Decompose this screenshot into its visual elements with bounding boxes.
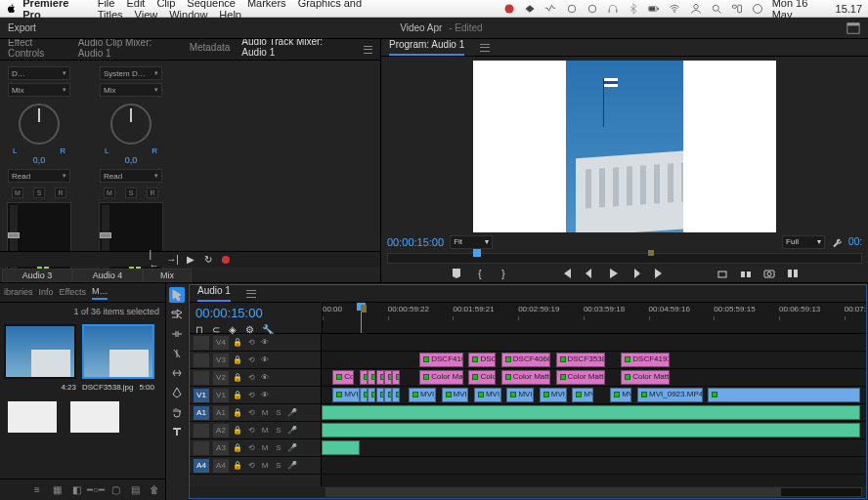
status-icon[interactable] bbox=[502, 2, 515, 16]
go-to-out-icon[interactable]: →| bbox=[167, 254, 179, 266]
track-targeting[interactable]: V2 bbox=[213, 371, 229, 385]
track-header-a1[interactable]: A1 A1 🔒 ⟲ M S 🎤 bbox=[190, 404, 321, 422]
icon-view-icon[interactable]: ▦ bbox=[50, 483, 64, 497]
source-patch[interactable] bbox=[194, 336, 209, 350]
timeline-clip[interactable]: DSCF4193-2.jpg bbox=[621, 353, 670, 367]
record-icon[interactable] bbox=[220, 254, 232, 266]
timeline-clip[interactable]: DSCF4066-2.jpg bbox=[501, 353, 550, 367]
timeline-timecode[interactable]: 00:00:15:00 bbox=[195, 306, 316, 320]
menu-file[interactable]: File bbox=[98, 0, 115, 9]
lock-icon[interactable]: 🔒 bbox=[233, 354, 242, 366]
track-header-v2[interactable]: V2 🔒 ⟲ 👁 bbox=[190, 369, 321, 387]
track-header-v1[interactable]: V1 V1 🔒 ⟲ 👁 bbox=[190, 387, 321, 404]
timeline-clip[interactable] bbox=[392, 370, 400, 385]
export-frame-icon[interactable] bbox=[762, 267, 776, 280]
lock-icon[interactable]: 🔒 bbox=[233, 390, 242, 401]
pan-knob[interactable] bbox=[110, 104, 152, 145]
tab-effects[interactable]: Effects bbox=[60, 287, 86, 299]
play-icon[interactable] bbox=[606, 267, 620, 280]
zoom-slider[interactable]: ━○━ bbox=[89, 483, 103, 497]
media-thumbnail[interactable] bbox=[4, 324, 76, 379]
new-bin-icon[interactable]: ▢ bbox=[108, 483, 122, 497]
source-patch[interactable]: V1 bbox=[194, 389, 209, 402]
sync-lock-icon[interactable]: ⟲ bbox=[246, 372, 256, 384]
play-icon[interactable]: ▶ bbox=[185, 254, 196, 266]
spotlight-icon[interactable] bbox=[710, 2, 722, 16]
tab-media[interactable]: M… bbox=[92, 286, 108, 300]
mark-in-icon[interactable]: { bbox=[473, 267, 487, 280]
media-thumbnail[interactable] bbox=[82, 324, 154, 379]
timeline-clip[interactable] bbox=[360, 370, 368, 385]
timeline-track[interactable] bbox=[322, 457, 866, 475]
menubar-time[interactable]: 15.17 bbox=[836, 3, 863, 15]
sync-lock-icon[interactable]: ⟲ bbox=[246, 460, 256, 472]
toggle-output-icon[interactable]: 👁 bbox=[260, 372, 270, 384]
menu-sequence[interactable]: Sequence bbox=[187, 0, 236, 9]
lock-icon[interactable]: 🔒 bbox=[233, 372, 242, 384]
timeline-clip[interactable]: MVI_ bbox=[572, 388, 593, 402]
timeline-clip[interactable] bbox=[368, 370, 375, 385]
sync-lock-icon[interactable]: ⟲ bbox=[246, 425, 256, 437]
menu-help[interactable]: Help bbox=[219, 9, 241, 21]
source-patch[interactable]: A4 bbox=[194, 459, 209, 473]
panel-menu-icon[interactable] bbox=[480, 44, 490, 52]
siri-icon[interactable] bbox=[751, 2, 763, 16]
timeline-clip[interactable] bbox=[376, 388, 384, 402]
menu-markers[interactable]: Markers bbox=[247, 0, 286, 9]
step-back-icon[interactable] bbox=[583, 267, 596, 280]
toggle-output-icon[interactable]: 👁 bbox=[260, 390, 270, 401]
timeline-clip[interactable] bbox=[322, 440, 360, 455]
timeline-clip[interactable]: MVI_09 bbox=[409, 388, 436, 402]
timeline-clip[interactable] bbox=[384, 370, 392, 385]
mute-button[interactable]: M bbox=[260, 460, 270, 472]
track-targeting[interactable]: A4 bbox=[213, 459, 229, 473]
mute-button[interactable]: M bbox=[260, 407, 270, 419]
sync-lock-icon[interactable]: ⟲ bbox=[246, 390, 256, 401]
timeline-horizontal-scrollbar[interactable] bbox=[326, 487, 862, 497]
track-header-a2[interactable]: A2 🔒 ⟲ M S 🎤 bbox=[190, 422, 321, 439]
timeline-clip[interactable]: Color Matte bbox=[621, 370, 670, 385]
timeline-ruler[interactable]: 00:0000:00:59:2200:01:59:2100:02:59:1900… bbox=[322, 303, 866, 333]
add-marker-icon[interactable] bbox=[450, 267, 463, 280]
source-patch[interactable] bbox=[194, 371, 209, 385]
track-targeting[interactable]: V4 bbox=[213, 336, 229, 350]
timeline-clip[interactable]: MVI_0 bbox=[610, 388, 631, 402]
type-tool-icon[interactable] bbox=[169, 424, 185, 439]
timeline-clip[interactable] bbox=[360, 388, 368, 402]
menubar-date[interactable]: Mon 16 May bbox=[772, 0, 828, 21]
status-icon[interactable] bbox=[544, 2, 557, 16]
selection-tool-icon[interactable] bbox=[169, 287, 185, 303]
program-timecode[interactable]: 00:00:15:00 bbox=[387, 236, 444, 248]
new-item-icon[interactable]: ▤ bbox=[128, 483, 142, 497]
timeline-track[interactable] bbox=[322, 404, 866, 422]
channel-device-select[interactable]: System D…▾ bbox=[100, 66, 162, 80]
tab-libraries[interactable]: ibraries bbox=[4, 287, 33, 299]
user-icon[interactable] bbox=[689, 2, 702, 16]
track-targeting[interactable]: A1 bbox=[213, 406, 229, 420]
timeline-marker[interactable] bbox=[361, 305, 367, 312]
source-patch[interactable]: A1 bbox=[194, 406, 209, 420]
timeline-track[interactable] bbox=[322, 439, 866, 457]
solo-button[interactable]: S bbox=[33, 188, 45, 198]
bluetooth-icon[interactable] bbox=[627, 2, 639, 16]
menu-edit[interactable]: Edit bbox=[126, 0, 145, 9]
tab-program[interactable]: Program: Audio 1 bbox=[389, 39, 464, 56]
timeline-clip[interactable] bbox=[322, 405, 860, 420]
marker-indicator[interactable] bbox=[648, 250, 654, 256]
track-header-a3[interactable]: A3 🔒 ⟲ M S 🎤 bbox=[190, 439, 321, 457]
wifi-icon[interactable] bbox=[669, 2, 681, 16]
timeline-clip[interactable] bbox=[376, 370, 384, 385]
lock-icon[interactable]: 🔒 bbox=[233, 407, 242, 419]
toggle-output-icon[interactable]: 👁 bbox=[260, 354, 270, 366]
pan-value[interactable]: 0,0 bbox=[33, 155, 46, 165]
channel-device-select[interactable]: D…▾ bbox=[8, 66, 70, 80]
timeline-clip[interactable]: DSCF3538.jpg bbox=[556, 353, 605, 367]
lock-icon[interactable]: 🔒 bbox=[233, 337, 242, 349]
track-targeting[interactable]: V3 bbox=[213, 354, 229, 367]
timeline-track[interactable] bbox=[322, 422, 866, 439]
status-icon[interactable] bbox=[524, 2, 537, 16]
freeform-view-icon[interactable]: ◧ bbox=[69, 483, 83, 497]
voice-over-icon[interactable]: 🎤 bbox=[287, 442, 297, 454]
timeline-clip[interactable]: DSCF4107-2.j bbox=[419, 353, 463, 367]
pan-knob[interactable] bbox=[19, 104, 60, 145]
